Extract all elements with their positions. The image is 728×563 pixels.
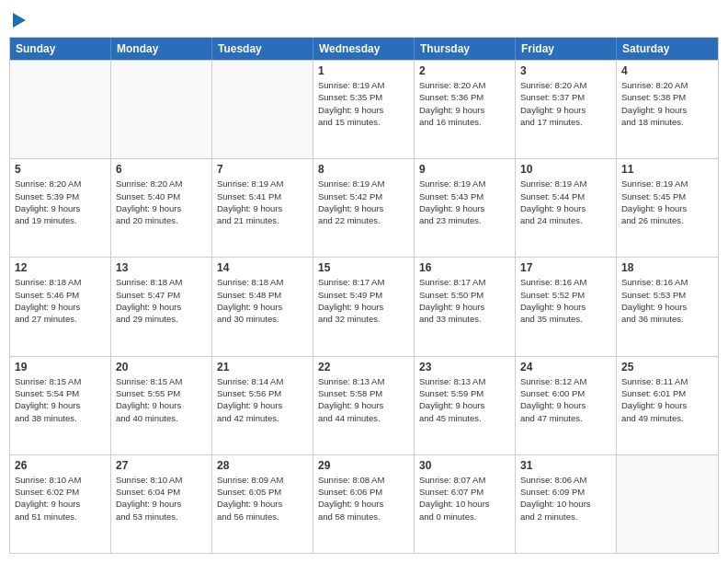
day-number: 22: [318, 361, 409, 373]
day-number: 27: [116, 459, 207, 472]
cell-info: Sunrise: 8:20 AMSunset: 5:40 PMDaylight:…: [116, 178, 207, 226]
cell-info: Sunrise: 8:06 AMSunset: 6:09 PMDaylight:…: [520, 474, 611, 523]
cal-cell-4-4: 30Sunrise: 8:07 AMSunset: 6:07 PMDayligh…: [415, 455, 516, 553]
cal-cell-2-2: 14Sunrise: 8:18 AMSunset: 5:48 PMDayligh…: [212, 258, 313, 355]
header-friday: Friday: [516, 38, 617, 60]
cal-cell-4-2: 28Sunrise: 8:09 AMSunset: 6:05 PMDayligh…: [212, 455, 313, 553]
cal-row-2: 12Sunrise: 8:18 AMSunset: 5:46 PMDayligh…: [10, 257, 718, 355]
day-number: 2: [419, 64, 510, 77]
day-number: 14: [217, 261, 308, 274]
day-number: 7: [217, 163, 308, 176]
cell-info: Sunrise: 8:16 AMSunset: 5:53 PMDaylight:…: [621, 276, 713, 325]
day-number: 1: [318, 64, 409, 77]
cal-cell-4-0: 26Sunrise: 8:10 AMSunset: 6:02 PMDayligh…: [10, 455, 111, 553]
cal-row-3: 19Sunrise: 8:15 AMSunset: 5:54 PMDayligh…: [10, 356, 718, 454]
cal-cell-1-5: 10Sunrise: 8:19 AMSunset: 5:44 PMDayligh…: [516, 159, 617, 257]
cell-info: Sunrise: 8:15 AMSunset: 5:54 PMDaylight:…: [15, 375, 106, 424]
cell-info: Sunrise: 8:10 AMSunset: 6:04 PMDaylight:…: [116, 474, 207, 523]
header-thursday: Thursday: [415, 38, 516, 60]
cell-info: Sunrise: 8:15 AMSunset: 5:55 PMDaylight:…: [116, 375, 207, 424]
day-number: 15: [318, 261, 409, 274]
day-number: 11: [621, 163, 713, 176]
cal-cell-4-5: 31Sunrise: 8:06 AMSunset: 6:09 PMDayligh…: [516, 455, 617, 553]
day-number: 17: [520, 261, 611, 274]
cal-cell-0-4: 2Sunrise: 8:20 AMSunset: 5:36 PMDaylight…: [415, 61, 516, 158]
cal-cell-1-6: 11Sunrise: 8:19 AMSunset: 5:45 PMDayligh…: [617, 159, 718, 257]
day-number: 4: [621, 64, 713, 77]
day-number: 31: [520, 459, 611, 472]
day-number: 3: [520, 64, 611, 77]
cell-info: Sunrise: 8:16 AMSunset: 5:52 PMDaylight:…: [520, 276, 611, 325]
header-saturday: Saturday: [617, 38, 718, 60]
cell-info: Sunrise: 8:17 AMSunset: 5:49 PMDaylight:…: [318, 276, 409, 325]
day-number: 26: [15, 459, 106, 472]
cal-cell-0-3: 1Sunrise: 8:19 AMSunset: 5:35 PMDaylight…: [313, 61, 415, 158]
header-tuesday: Tuesday: [212, 38, 313, 60]
cell-info: Sunrise: 8:17 AMSunset: 5:50 PMDaylight:…: [419, 276, 510, 325]
svg-marker-0: [13, 13, 26, 28]
day-number: 16: [419, 261, 510, 274]
cell-info: Sunrise: 8:10 AMSunset: 6:02 PMDaylight:…: [15, 474, 106, 523]
cal-cell-3-1: 20Sunrise: 8:15 AMSunset: 5:55 PMDayligh…: [111, 357, 212, 454]
logo-icon: [11, 9, 28, 29]
cal-cell-1-0: 5Sunrise: 8:20 AMSunset: 5:39 PMDaylight…: [10, 159, 111, 257]
cal-row-1: 5Sunrise: 8:20 AMSunset: 5:39 PMDaylight…: [10, 158, 718, 257]
cal-cell-2-0: 12Sunrise: 8:18 AMSunset: 5:46 PMDayligh…: [10, 258, 111, 355]
cell-info: Sunrise: 8:07 AMSunset: 6:07 PMDaylight:…: [419, 474, 510, 523]
cell-info: Sunrise: 8:19 AMSunset: 5:44 PMDaylight:…: [520, 178, 611, 226]
day-number: 5: [15, 163, 106, 176]
cal-cell-3-0: 19Sunrise: 8:15 AMSunset: 5:54 PMDayligh…: [10, 357, 111, 454]
day-number: 6: [116, 163, 207, 176]
calendar-header: Sunday Monday Tuesday Wednesday Thursday…: [10, 38, 718, 60]
cal-cell-0-0: [10, 61, 111, 158]
day-number: 21: [217, 361, 308, 373]
cell-info: Sunrise: 8:18 AMSunset: 5:48 PMDaylight:…: [217, 276, 308, 325]
cell-info: Sunrise: 8:19 AMSunset: 5:43 PMDaylight:…: [419, 178, 510, 226]
cal-cell-3-3: 22Sunrise: 8:13 AMSunset: 5:58 PMDayligh…: [313, 357, 415, 454]
cell-info: Sunrise: 8:19 AMSunset: 5:35 PMDaylight:…: [318, 79, 409, 128]
cell-info: Sunrise: 8:20 AMSunset: 5:39 PMDaylight:…: [15, 178, 106, 226]
cell-info: Sunrise: 8:13 AMSunset: 5:58 PMDaylight:…: [318, 375, 409, 424]
day-number: 9: [419, 163, 510, 176]
cell-info: Sunrise: 8:20 AMSunset: 5:38 PMDaylight:…: [621, 79, 713, 128]
cal-cell-0-6: 4Sunrise: 8:20 AMSunset: 5:38 PMDaylight…: [617, 61, 718, 158]
day-number: 25: [621, 361, 713, 373]
cal-cell-2-1: 13Sunrise: 8:18 AMSunset: 5:47 PMDayligh…: [111, 258, 212, 355]
day-number: 29: [318, 459, 409, 472]
cal-cell-3-6: 25Sunrise: 8:11 AMSunset: 6:01 PMDayligh…: [617, 357, 718, 454]
cal-cell-1-4: 9Sunrise: 8:19 AMSunset: 5:43 PMDaylight…: [415, 159, 516, 257]
day-number: 23: [419, 361, 510, 373]
day-number: 24: [520, 361, 611, 373]
day-number: 13: [116, 261, 207, 274]
cell-info: Sunrise: 8:19 AMSunset: 5:42 PMDaylight:…: [318, 178, 409, 226]
cal-cell-3-5: 24Sunrise: 8:12 AMSunset: 6:00 PMDayligh…: [516, 357, 617, 454]
cell-info: Sunrise: 8:08 AMSunset: 6:06 PMDaylight:…: [318, 474, 409, 523]
cal-cell-2-5: 17Sunrise: 8:16 AMSunset: 5:52 PMDayligh…: [516, 258, 617, 355]
cal-cell-1-1: 6Sunrise: 8:20 AMSunset: 5:40 PMDaylight…: [111, 159, 212, 257]
cal-cell-2-4: 16Sunrise: 8:17 AMSunset: 5:50 PMDayligh…: [415, 258, 516, 355]
cal-cell-1-3: 8Sunrise: 8:19 AMSunset: 5:42 PMDaylight…: [313, 159, 415, 257]
cell-info: Sunrise: 8:12 AMSunset: 6:00 PMDaylight:…: [520, 375, 611, 424]
header-sunday: Sunday: [10, 38, 111, 60]
cell-info: Sunrise: 8:19 AMSunset: 5:45 PMDaylight:…: [621, 178, 713, 226]
cell-info: Sunrise: 8:20 AMSunset: 5:37 PMDaylight:…: [520, 79, 611, 128]
day-number: 8: [318, 163, 409, 176]
cal-cell-2-3: 15Sunrise: 8:17 AMSunset: 5:49 PMDayligh…: [313, 258, 415, 355]
cal-cell-1-2: 7Sunrise: 8:19 AMSunset: 5:41 PMDaylight…: [212, 159, 313, 257]
cell-info: Sunrise: 8:20 AMSunset: 5:36 PMDaylight:…: [419, 79, 510, 128]
cell-info: Sunrise: 8:11 AMSunset: 6:01 PMDaylight:…: [621, 375, 713, 424]
day-number: 19: [15, 361, 106, 373]
cal-cell-3-2: 21Sunrise: 8:14 AMSunset: 5:56 PMDayligh…: [212, 357, 313, 454]
day-number: 30: [419, 459, 510, 472]
day-number: 10: [520, 163, 611, 176]
cal-cell-4-1: 27Sunrise: 8:10 AMSunset: 6:04 PMDayligh…: [111, 455, 212, 553]
cell-info: Sunrise: 8:14 AMSunset: 5:56 PMDaylight:…: [217, 375, 308, 424]
day-number: 28: [217, 459, 308, 472]
cal-cell-3-4: 23Sunrise: 8:13 AMSunset: 5:59 PMDayligh…: [415, 357, 516, 454]
header-monday: Monday: [111, 38, 212, 60]
cal-cell-0-1: [111, 61, 212, 158]
cal-cell-0-2: [212, 61, 313, 158]
cal-cell-4-3: 29Sunrise: 8:08 AMSunset: 6:06 PMDayligh…: [313, 455, 415, 553]
cell-info: Sunrise: 8:18 AMSunset: 5:47 PMDaylight:…: [116, 276, 207, 325]
cell-info: Sunrise: 8:13 AMSunset: 5:59 PMDaylight:…: [419, 375, 510, 424]
